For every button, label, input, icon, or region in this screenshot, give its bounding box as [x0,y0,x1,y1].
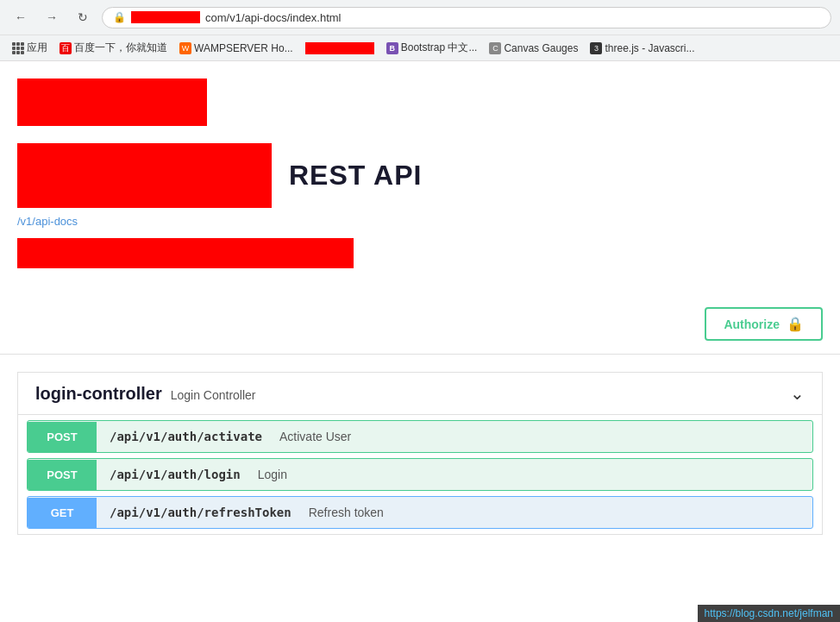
lock-icon-green: 🔒 [787,316,804,332]
method-badge-post-login: POST [28,460,97,490]
wamp-bookmark[interactable]: W WAMPSERVER Ho... [176,41,297,56]
browser-chrome: ← → ↻ 🔒 com/v1/api-docs/index.html 应用 [0,0,840,61]
endpoint-row-refresh-token[interactable]: GET /api/v1/auth/refreshToken Refresh to… [27,496,813,529]
canvas-gauges-bookmark[interactable]: C Canvas Gauges [486,41,581,56]
endpoint-desc-activate: Activate User [275,421,355,452]
controller-description: Login Controller [171,388,256,402]
chevron-down-icon: ⌄ [790,383,805,404]
bookmarks-bar: 应用 百 百度一下，你就知道 W WAMPSERVER Ho... B Boot… [0,35,840,60]
api-description-redacted [17,238,354,268]
api-docs-link[interactable]: /v1/api-docs [17,215,823,228]
wamp-favicon: W [179,42,191,54]
bootstrap-bookmark[interactable]: B Bootstrap 中文... [383,39,481,57]
authorize-section: Authorize 🔒 [0,294,840,355]
method-badge-get-refresh: GET [28,498,97,528]
canvas-gauges-favicon: C [489,42,501,54]
page-content: REST API /v1/api-docs Authorize 🔒 login-… [0,61,840,579]
bootstrap-favicon: B [386,42,398,54]
address-bar[interactable]: 🔒 com/v1/api-docs/index.html [102,7,831,28]
controller-header-login[interactable]: login-controller Login Controller ⌄ [18,373,822,415]
apps-label: 应用 [27,41,47,55]
api-title: REST API [289,160,422,192]
controller-name: login-controller [35,384,162,404]
endpoint-desc-refresh: Refresh token [304,497,388,528]
endpoint-path-login: /api/v1/auth/login [97,459,254,490]
redacted-bookmark-content [305,42,374,54]
baidu-bookmark[interactable]: 百 百度一下，你就知道 [56,39,171,57]
forward-button[interactable]: → [40,5,64,29]
endpoint-path-activate: /api/v1/auth/activate [97,421,275,452]
endpoint-row-activate[interactable]: POST /api/v1/auth/activate Activate User [27,420,813,453]
threejs-label: three.js - Javascri... [605,42,694,54]
wamp-label: WAMPSERVER Ho... [194,42,293,54]
api-logo-redacted [17,143,272,208]
url-redacted-part [131,11,200,23]
endpoint-row-login[interactable]: POST /api/v1/auth/login Login [27,458,813,491]
authorize-button-label: Authorize [724,317,780,331]
bootstrap-label: Bootstrap 中文... [401,41,478,55]
endpoint-desc-login: Login [254,459,291,490]
canvas-gauges-label: Canvas Gauges [504,42,578,54]
apps-bookmark[interactable]: 应用 [9,39,51,57]
browser-toolbar: ← → ↻ 🔒 com/v1/api-docs/index.html [0,0,840,35]
authorize-button[interactable]: Authorize 🔒 [705,307,823,341]
top-logo-redacted [17,79,207,126]
threejs-bookmark[interactable]: 3 three.js - Javascri... [586,41,698,56]
url-text: com/v1/api-docs/index.html [205,11,342,24]
method-badge-post-activate: POST [28,422,97,452]
redacted-bookmark[interactable] [302,41,378,56]
threejs-favicon: 3 [590,42,602,54]
controller-section-login: login-controller Login Controller ⌄ POST… [17,372,823,535]
lock-icon: 🔒 [113,11,126,23]
baidu-label: 百度一下，你就知道 [74,41,167,55]
back-button[interactable]: ← [9,5,33,29]
controller-title-login: login-controller Login Controller [35,384,256,404]
swagger-header: REST API /v1/api-docs [0,61,840,294]
api-title-row: REST API [17,143,823,208]
baidu-favicon: 百 [60,42,72,54]
reload-button[interactable]: ↻ [71,5,95,29]
endpoint-path-refresh: /api/v1/auth/refreshToken [97,497,304,528]
